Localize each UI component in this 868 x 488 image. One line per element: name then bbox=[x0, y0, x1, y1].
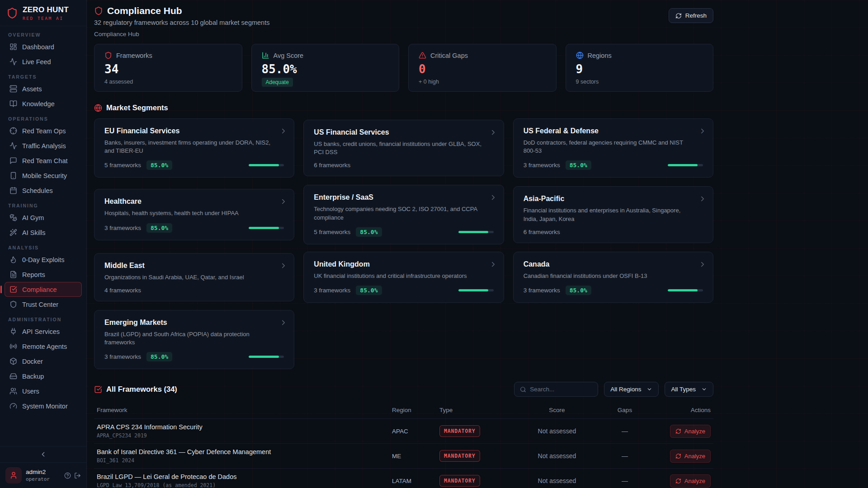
sidebar-item-compliance[interactable]: Compliance bbox=[5, 282, 82, 297]
sidebar-item-docker[interactable]: Docker bbox=[5, 354, 82, 369]
segment-footer: 3 frameworks85.0% bbox=[524, 160, 703, 170]
sidebar-item-backup[interactable]: Backup bbox=[5, 369, 82, 384]
sidebar-item-label: Dashboard bbox=[22, 43, 54, 51]
sidebar-item-schedules[interactable]: Schedules bbox=[5, 183, 82, 198]
stat-label: Avg Score bbox=[274, 52, 304, 59]
sidebar-item-red-team-ops[interactable]: Red Team Ops bbox=[5, 123, 82, 138]
stat-label-row: Regions bbox=[576, 52, 703, 59]
radio-icon bbox=[9, 343, 17, 350]
frameworks-table: APRA CPS 234 Information SecurityAPRA_CP… bbox=[94, 419, 713, 488]
wand-icon bbox=[9, 229, 17, 236]
segment-frameworks-count: 3 frameworks bbox=[524, 162, 560, 169]
sidebar-collapse-button[interactable] bbox=[0, 446, 86, 462]
framework-name: Bank of Israel Directive 361 — Cyber Def… bbox=[97, 448, 392, 455]
stat-label: Critical Gaps bbox=[430, 52, 468, 59]
sidebar-item-live-feed[interactable]: Live Feed bbox=[5, 54, 82, 69]
sidebar-item-red-team-chat[interactable]: Red Team Chat bbox=[5, 153, 82, 168]
sidebar-item-label: Assets bbox=[22, 85, 42, 93]
segment-description: US banks, credit unions, financial insti… bbox=[314, 140, 493, 156]
user-menu[interactable]: admin2 operator bbox=[0, 462, 86, 488]
breadcrumb: Compliance Hub bbox=[94, 31, 713, 38]
analyze-button[interactable]: Analyze bbox=[670, 425, 711, 438]
progress-bar-fill bbox=[668, 289, 698, 291]
segment-card-us-financial-services[interactable]: US Financial ServicesUS banks, credit un… bbox=[303, 120, 504, 176]
nav-section-label: ANALYSIS bbox=[8, 245, 78, 250]
segment-card-emerging-markets[interactable]: Emerging MarketsBrazil (LGPD) and South … bbox=[94, 310, 294, 369]
segment-title: Asia-Pacific bbox=[524, 195, 703, 203]
sidebar-item-trust-center[interactable]: Trust Center bbox=[5, 297, 82, 312]
sidebar-item-knowledge[interactable]: Knowledge bbox=[5, 96, 82, 111]
segment-card-healthcare[interactable]: HealthcareHospitals, health systems, hea… bbox=[94, 189, 294, 240]
segment-title: United Kingdom bbox=[314, 260, 493, 268]
type-filter-select[interactable]: All Types bbox=[665, 382, 713, 397]
all-frameworks-title: All Frameworks (34) bbox=[106, 385, 177, 394]
search-input[interactable] bbox=[530, 386, 592, 393]
sidebar-item-system-monitor[interactable]: System Monitor bbox=[5, 399, 82, 413]
segment-card-eu-financial-services[interactable]: EU Financial ServicesBanks, insurers, in… bbox=[94, 118, 294, 178]
sidebar-item-0-day-exploits[interactable]: 0-Day Exploits bbox=[5, 252, 82, 267]
segment-score-badge: 85.0% bbox=[146, 223, 172, 233]
user-name: admin2 bbox=[26, 469, 50, 475]
segment-description: DoD contractors, federal agencies requir… bbox=[524, 139, 703, 155]
segment-frameworks-count: 3 frameworks bbox=[524, 287, 560, 294]
stat-label-row: Avg Score bbox=[262, 52, 389, 59]
segment-card-canada[interactable]: CanadaCanadian financial institutions un… bbox=[513, 252, 713, 303]
shield-logo-icon bbox=[6, 7, 18, 19]
check-square-icon bbox=[9, 286, 17, 293]
help-icon[interactable] bbox=[64, 472, 71, 479]
region-filter-select[interactable]: All Regions bbox=[604, 382, 659, 397]
refresh-icon bbox=[675, 13, 682, 19]
app-title: ZERO HUNT bbox=[23, 5, 69, 14]
layout-dashboard-icon bbox=[9, 43, 17, 51]
sidebar-item-dashboard[interactable]: Dashboard bbox=[5, 39, 82, 54]
sidebar-item-remote-agents[interactable]: Remote Agents bbox=[5, 339, 82, 354]
sidebar-item-traffic-analysis[interactable]: Traffic Analysis bbox=[5, 138, 82, 153]
progress-bar bbox=[249, 227, 284, 229]
progress-bar bbox=[668, 164, 703, 166]
analyze-label: Analyze bbox=[684, 428, 705, 435]
framework-name: Brazil LGPD — Lei Geral de Protecao de D… bbox=[97, 473, 392, 480]
analyze-button[interactable]: Analyze bbox=[670, 474, 711, 488]
region-cell: LATAM bbox=[392, 478, 439, 484]
stat-label-row: Critical Gaps bbox=[419, 52, 546, 59]
framework-meta: BOI_361 2024 bbox=[97, 457, 392, 464]
sidebar-item-ai-gym[interactable]: AI Gym bbox=[5, 210, 82, 225]
logout-icon[interactable] bbox=[74, 472, 81, 479]
segment-title: Enterprise / SaaS bbox=[314, 193, 493, 202]
sidebar-item-label: Remote Agents bbox=[22, 343, 67, 350]
bar-chart-icon bbox=[262, 52, 269, 59]
sidebar-item-label: System Monitor bbox=[22, 403, 68, 410]
type-cell: MANDATORY bbox=[439, 450, 516, 462]
segment-card-middle-east[interactable]: Middle EastOrganizations in Saudi Arabia… bbox=[94, 253, 294, 301]
chevron-right-icon bbox=[698, 260, 707, 268]
segment-title: Canada bbox=[524, 260, 703, 268]
page-subtitle: 32 regulatory frameworks across 10 globa… bbox=[94, 19, 713, 26]
mandatory-badge: MANDATORY bbox=[439, 425, 480, 437]
sidebar-item-api-services[interactable]: API Services bbox=[5, 324, 82, 339]
sidebar-item-assets[interactable]: Assets bbox=[5, 81, 82, 96]
activity-icon bbox=[9, 58, 17, 66]
analyze-button[interactable]: Analyze bbox=[670, 450, 711, 463]
sidebar-item-label: AI Skills bbox=[22, 229, 46, 236]
main-content: Compliance Hub 32 regulatory frameworks … bbox=[87, 0, 868, 488]
table-row: Brazil LGPD — Lei Geral de Protecao de D… bbox=[94, 469, 713, 488]
segment-card-united-kingdom[interactable]: United KingdomUK financial institutions … bbox=[303, 252, 504, 303]
server-icon bbox=[9, 85, 17, 93]
refresh-icon bbox=[675, 478, 681, 484]
segment-score-badge: 85.0% bbox=[146, 352, 172, 361]
score-cell: Not assessed bbox=[516, 477, 598, 484]
region-cell: APAC bbox=[392, 428, 439, 435]
segment-card-us-federal-defense[interactable]: US Federal & DefenseDoD contractors, fed… bbox=[513, 118, 713, 178]
table-row: APRA CPS 234 Information SecurityAPRA_CP… bbox=[94, 419, 713, 444]
sidebar-item-reports[interactable]: Reports bbox=[5, 267, 82, 282]
refresh-button[interactable]: Refresh bbox=[669, 8, 713, 23]
sidebar-item-users[interactable]: Users bbox=[5, 384, 82, 399]
segment-card-enterprise-saas[interactable]: Enterprise / SaaSTechnology companies ne… bbox=[303, 185, 504, 244]
stat-card-critical-gaps: Critical Gaps0+ 0 high bbox=[408, 44, 557, 92]
segment-card-asia-pacific[interactable]: Asia-PacificFinancial institutions and e… bbox=[513, 186, 713, 243]
sidebar-item-mobile-security[interactable]: Mobile Security bbox=[5, 168, 82, 183]
sidebar-item-ai-skills[interactable]: AI Skills bbox=[5, 225, 82, 240]
column-header-gaps: Gaps bbox=[598, 407, 652, 413]
segment-frameworks-count: 6 frameworks bbox=[524, 229, 560, 235]
app-logo: ZERO HUNT RED TEAM AI bbox=[0, 0, 86, 26]
